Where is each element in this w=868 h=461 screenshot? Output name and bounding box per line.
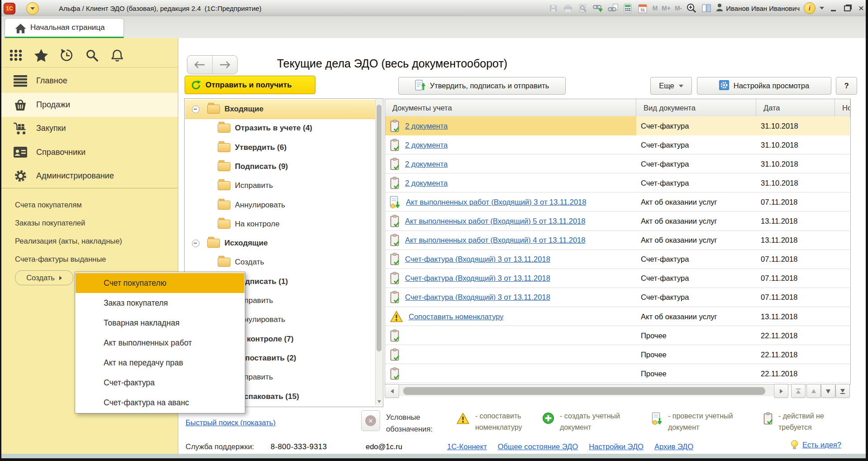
menu-item-3[interactable]: Акт выполненных работ	[76, 333, 244, 353]
column-header-0[interactable]: Документы учета	[385, 99, 636, 116]
document-link[interactable]: Акт выполненных работ (Входящий) 5 от 13…	[405, 217, 585, 226]
column-header-2[interactable]: Дата	[756, 99, 835, 116]
table-row[interactable]: Акт выполненных работ (Входящий) 4 от 13…	[385, 231, 850, 250]
print-icon[interactable]	[563, 3, 573, 14]
split-window-icon[interactable]	[701, 3, 712, 14]
go-link-icon[interactable]	[607, 3, 618, 14]
star-icon[interactable]	[33, 48, 49, 62]
menu-item-0[interactable]: Счет покупателю	[76, 273, 244, 293]
table-row[interactable]: Счет-фактура (Входящий) 3 от 13.11.2018С…	[385, 288, 850, 307]
approve-sign-send-button[interactable]: Утвердить, подписать и отправить	[398, 77, 566, 95]
menu-item-6[interactable]: Счет-фактура на аванс	[76, 393, 244, 413]
column-header-3[interactable]: Но	[835, 99, 850, 116]
page-up-button[interactable]	[806, 384, 821, 398]
get-link-icon[interactable]	[592, 3, 603, 14]
apps-grid-icon[interactable]	[8, 48, 24, 62]
tree-scrollbar[interactable]	[375, 99, 382, 405]
tree-node-7[interactable]: Исходящие	[185, 234, 375, 253]
view-settings-button[interactable]: Настройка просмотра	[697, 77, 831, 95]
sidebar-item-1[interactable]: Продажи	[0, 93, 178, 117]
table-row[interactable]: Счет-фактура (Входящий) 3 от 13.11.2018С…	[385, 269, 850, 288]
page-down-button[interactable]	[821, 384, 835, 398]
tree-node-0[interactable]: Входящие	[185, 100, 376, 119]
main-menu-button[interactable]	[26, 2, 39, 15]
memory-icon[interactable]: M	[652, 5, 658, 12]
bell-icon[interactable]	[110, 48, 125, 62]
create-button[interactable]: Создать	[15, 270, 73, 285]
document-link[interactable]: Акт выполненных работ (Входящий) 4 от 13…	[405, 236, 585, 245]
document-link[interactable]: 2 документа	[405, 179, 448, 187]
chevron-down-icon[interactable]	[820, 7, 824, 10]
memory-plus-icon[interactable]: M+	[662, 5, 671, 12]
table-row[interactable]: Прочее22.11.2018	[385, 345, 850, 364]
horizontal-scrollbar[interactable]	[400, 386, 773, 396]
document-link[interactable]: 2 документа	[405, 122, 448, 130]
footer-link-2[interactable]: Настройки ЭДО	[589, 442, 644, 451]
tree-scrollbar-thumb[interactable]	[377, 105, 382, 351]
table-row[interactable]: 2 документаСчет-фактура31.10.2018	[385, 135, 850, 154]
memory-minus-icon[interactable]: M-	[675, 5, 682, 12]
sidebar-link-2[interactable]: Реализация (акты, накладные)	[15, 234, 122, 248]
forward-button[interactable]	[213, 56, 238, 74]
more-button[interactable]: Еще	[650, 77, 692, 95]
info-icon[interactable]: i	[804, 2, 816, 14]
collapse-toggle-icon[interactable]	[192, 240, 200, 247]
scroll-right-button[interactable]	[774, 384, 788, 398]
tree-node-5[interactable]: Аннулировать	[185, 196, 375, 215]
sidebar-link-0[interactable]: Счета покупателям	[15, 198, 82, 211]
collapse-toggle-icon[interactable]	[192, 106, 200, 113]
menu-item-1[interactable]: Заказ покупателя	[76, 293, 244, 313]
footer-link-3[interactable]: Архив ЭДО	[654, 442, 693, 451]
quick-search-link[interactable]: Быстрый поиск (показать)	[186, 418, 276, 427]
search-icon[interactable]	[84, 48, 100, 62]
tree-node-2[interactable]: Утвердить (6)	[185, 138, 375, 157]
document-link[interactable]: Акт выполненных работ (Входящий) 3 от 13…	[406, 198, 586, 206]
sidebar-link-3[interactable]: Счета-фактуры выданные	[15, 252, 106, 266]
document-link[interactable]: 2 документа	[405, 141, 448, 149]
sidebar-item-3[interactable]: Справочники	[0, 140, 178, 164]
table-row[interactable]: 2 документаСчет-фактура31.10.2018	[385, 173, 850, 192]
horizontal-scrollbar-thumb[interactable]	[403, 387, 765, 395]
close-button[interactable]: ×	[856, 3, 866, 14]
table-row[interactable]: Счет-фактура (Входящий) 3 от 13.11.2018С…	[385, 250, 850, 269]
footer-link-1[interactable]: Общее состояние ЭДО	[498, 442, 578, 451]
scroll-left-button[interactable]	[385, 384, 399, 398]
legend-close-button[interactable]: ✕	[361, 410, 380, 431]
idea-link[interactable]: Есть идея?	[802, 441, 841, 449]
table-row[interactable]: 2 документаСчет-фактура31.10.2018	[385, 116, 850, 135]
sidebar-item-0[interactable]: Главное	[0, 69, 178, 93]
table-row[interactable]: Прочее22.11.2018	[385, 326, 850, 345]
document-link[interactable]: Счет-фактура (Входящий) 3 от 13.11.2018	[405, 293, 550, 302]
restore-button[interactable]	[842, 3, 852, 14]
sidebar-item-2[interactable]: Закупки	[0, 116, 178, 140]
tree-node-6[interactable]: На контроле	[185, 215, 375, 234]
footer-link-0[interactable]: 1С-Коннект	[447, 442, 487, 451]
go-last-row-button[interactable]	[835, 384, 850, 398]
table-row[interactable]: Сопоставить номенклатуруАкт об оказании …	[385, 307, 850, 326]
menu-item-4[interactable]: Акт на передачу прав	[76, 353, 244, 373]
calendar-icon[interactable]: 31	[637, 3, 648, 14]
calculator-icon[interactable]	[622, 3, 633, 14]
table-row[interactable]: Акт выполненных работ (Входящий) 5 от 13…	[385, 212, 850, 231]
go-first-row-button[interactable]	[791, 384, 806, 398]
tree-node-4[interactable]: Исправить	[185, 176, 375, 195]
back-button[interactable]	[187, 56, 213, 74]
sidebar-item-4[interactable]: Администрирование	[0, 164, 178, 188]
user-badge[interactable]: Иванов Иван Иванович	[716, 3, 800, 13]
document-link[interactable]: 2 документа	[405, 160, 448, 168]
tree-node-1[interactable]: Отразить в учете (4)	[185, 119, 375, 138]
send-receive-button[interactable]: Отправить и получить	[185, 76, 315, 94]
menu-item-5[interactable]: Счет-фактура	[76, 373, 244, 393]
document-link[interactable]: Счет-фактура (Входящий) 3 от 13.11.2018	[405, 255, 550, 264]
print-preview-icon[interactable]	[577, 3, 588, 14]
table-row[interactable]: 2 документаСчет-фактура31.10.2018	[385, 154, 850, 173]
column-header-1[interactable]: Вид документа	[636, 99, 756, 116]
document-link[interactable]: Счет-фактура (Входящий) 3 от 13.11.2018	[405, 274, 550, 283]
minimize-button[interactable]	[828, 3, 838, 14]
document-link[interactable]: Сопоставить номенклатуру	[409, 312, 504, 321]
table-row[interactable]: Акт выполненных работ (Входящий) 3 от 13…	[385, 192, 850, 211]
menu-item-2[interactable]: Товарная накладная	[76, 313, 244, 333]
sidebar-link-1[interactable]: Заказы покупателей	[15, 216, 85, 230]
save-icon[interactable]	[548, 3, 558, 14]
tree-node-3[interactable]: Подписать (9)	[185, 157, 375, 176]
